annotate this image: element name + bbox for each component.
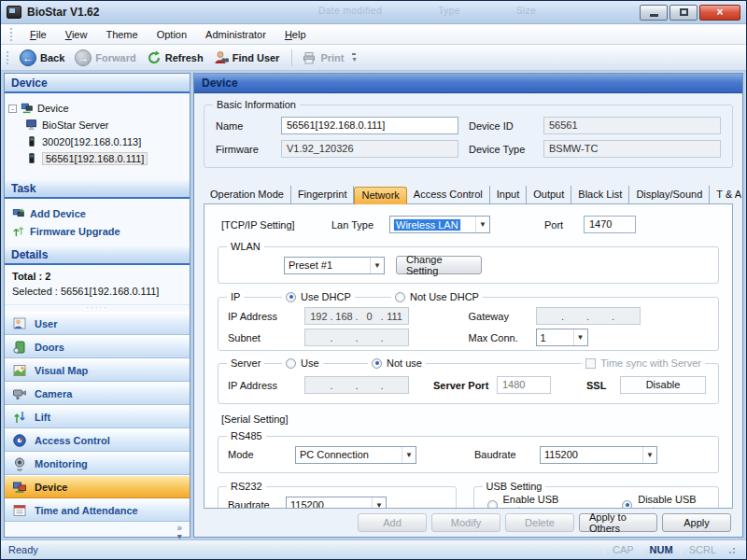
tab-operation-mode[interactable]: Operation Mode bbox=[204, 186, 291, 203]
tree-expander-icon[interactable]: - bbox=[8, 105, 17, 113]
apply-to-others-button[interactable]: Apply to Others bbox=[579, 513, 657, 532]
basic-information-group: Basic Information Name 56561[192.168.0.1… bbox=[204, 105, 733, 168]
gateway-input[interactable]: ... bbox=[536, 307, 641, 325]
use-dhcp-radio[interactable]: Use DHCP bbox=[282, 291, 355, 302]
lan-type-combo[interactable]: Wireless LAN ▼ bbox=[389, 216, 490, 233]
tree-item-56561[interactable]: 56561[192.168.0.111] bbox=[8, 150, 186, 167]
refresh-button[interactable]: Refresh bbox=[143, 49, 210, 67]
checkbox-icon bbox=[585, 358, 596, 369]
resize-grip[interactable] bbox=[727, 544, 739, 555]
print-button[interactable]: Print bbox=[298, 49, 350, 67]
delete-button[interactable]: Delete bbox=[505, 513, 574, 532]
minimize-button[interactable] bbox=[640, 5, 668, 21]
server-ip-input[interactable]: ... bbox=[304, 376, 409, 394]
tree-item-biostar-server[interactable]: BioStar Server bbox=[8, 117, 186, 133]
firmware-upgrade-link[interactable]: Firmware Upgrade bbox=[12, 222, 182, 240]
add-device-link[interactable]: Add Device bbox=[12, 204, 182, 222]
max-conn-combo[interactable]: 1 ▼ bbox=[536, 329, 588, 346]
firmware-field: V1.92_120326 bbox=[281, 140, 458, 158]
toolbar-overflow-icon[interactable]: ▾ bbox=[352, 53, 356, 63]
usb-setting-title: USB Setting bbox=[483, 481, 546, 492]
sidebar-item-doors[interactable]: Doors bbox=[5, 335, 190, 358]
subnet-input[interactable]: ... bbox=[304, 329, 409, 346]
server-not-use-radio[interactable]: Not use bbox=[368, 357, 426, 369]
sidebar-item-visual-map[interactable]: Visual Map bbox=[5, 358, 190, 382]
modify-button[interactable]: Modify bbox=[431, 513, 500, 532]
close-button[interactable]: × bbox=[699, 5, 740, 21]
wlan-preset-combo[interactable]: Preset #1 ▼ bbox=[284, 257, 385, 274]
server-use-radio[interactable]: Use bbox=[282, 357, 323, 369]
rs232-baudrate-label: Baudrate bbox=[228, 499, 286, 509]
sidebar-item-time-and-attendance[interactable]: Time and Attendance bbox=[5, 498, 190, 522]
sidebar-details-header: Details bbox=[5, 245, 190, 265]
tab-fingerprint[interactable]: Fingerprint bbox=[291, 186, 355, 203]
tab-output[interactable]: Output bbox=[527, 186, 571, 203]
tree-item-30020[interactable]: 30020[192.168.0.113] bbox=[8, 133, 186, 150]
sidebar-item-camera[interactable]: Camera bbox=[5, 382, 190, 405]
terminal-icon bbox=[25, 135, 38, 148]
close-icon: × bbox=[716, 6, 723, 19]
radio-icon bbox=[286, 292, 296, 302]
rs485-baudrate-combo[interactable]: 115200 ▼ bbox=[540, 446, 657, 464]
server-group-title: Server bbox=[227, 357, 264, 369]
sidebar-task-header: Task bbox=[5, 179, 190, 199]
task-items: Add Device Firmware Upgrade bbox=[5, 199, 190, 245]
rs232-baudrate-combo[interactable]: 115200 ▼ bbox=[286, 497, 387, 510]
status-ready: Ready bbox=[8, 544, 38, 555]
tab-input[interactable]: Input bbox=[490, 186, 527, 203]
tree-root-device[interactable]: - Device bbox=[8, 100, 186, 117]
enable-usb-radio[interactable]: Enable USB port bbox=[503, 494, 569, 509]
sidebar-splitter[interactable]: ····· bbox=[5, 304, 190, 312]
menu-help[interactable]: Help bbox=[276, 26, 315, 43]
port-input[interactable]: 1470 bbox=[584, 216, 636, 233]
maximize-button[interactable] bbox=[669, 5, 698, 21]
sidebar-item-device[interactable]: Device bbox=[5, 475, 190, 498]
find-user-button[interactable]: Find User bbox=[210, 49, 287, 67]
server-port-input[interactable]: 1480 bbox=[497, 376, 551, 394]
ip-address-input[interactable]: 192.168.0.111 bbox=[304, 307, 409, 325]
serial-setting-label: [Serial Setting] bbox=[221, 413, 715, 425]
device-group-icon bbox=[21, 102, 34, 115]
radio-icon bbox=[622, 500, 632, 510]
firmware-upgrade-icon bbox=[12, 225, 25, 238]
dropdown-arrow-icon: ▼ bbox=[402, 447, 416, 463]
menu-option[interactable]: Option bbox=[148, 26, 195, 43]
tab-display-sound[interactable]: Display/Sound bbox=[629, 186, 710, 203]
menu-view[interactable]: View bbox=[57, 26, 96, 43]
disable-usb-radio[interactable]: Disable USB port bbox=[638, 494, 705, 509]
not-use-dhcp-radio[interactable]: Not Use DHCP bbox=[391, 291, 483, 302]
name-input[interactable]: 56561[192.168.0.111] bbox=[281, 117, 458, 134]
server-icon bbox=[25, 119, 38, 132]
network-tab-page: [TCP/IP Setting] Lan Type Wireless LAN ▼… bbox=[204, 203, 733, 509]
tab-black-list[interactable]: Black List bbox=[571, 186, 629, 203]
sidebar-item-lift[interactable]: Lift bbox=[5, 405, 190, 428]
sidebar-item-user[interactable]: User bbox=[5, 312, 190, 335]
nav-overflow-button[interactable]: » ▾ bbox=[176, 524, 182, 540]
sidebar-item-monitoring[interactable]: Monitoring bbox=[5, 452, 190, 475]
tab-access-control[interactable]: Access Control bbox=[407, 186, 490, 203]
rs485-group-title: RS485 bbox=[227, 430, 266, 441]
apply-button[interactable]: Apply bbox=[662, 513, 731, 532]
maximize-icon bbox=[680, 8, 688, 16]
device-type-label: Device Type bbox=[469, 144, 543, 155]
tab-network[interactable]: Network bbox=[354, 187, 406, 204]
main-header: Device bbox=[194, 74, 742, 93]
ip-group-title: IP bbox=[227, 291, 244, 302]
tab-t-and-a[interactable]: T & A bbox=[710, 186, 747, 203]
terminal-icon bbox=[25, 152, 38, 165]
back-button[interactable]: ← Back bbox=[16, 48, 71, 68]
sidebar-device-header: Device bbox=[5, 74, 190, 93]
time-sync-checkbox[interactable]: Time sync with Server bbox=[582, 357, 705, 369]
sidebar-item-access-control[interactable]: Access Control bbox=[5, 428, 190, 452]
name-label: Name bbox=[216, 120, 281, 132]
forward-button[interactable]: → Forward bbox=[71, 48, 142, 68]
menu-administrator[interactable]: Administrator bbox=[197, 26, 275, 43]
menu-file[interactable]: File bbox=[21, 26, 55, 43]
ssl-label: SSL bbox=[586, 380, 620, 391]
add-button[interactable]: Add bbox=[358, 513, 427, 532]
ip-group: IP Use DHCP Not Use DHCP IP Address bbox=[218, 297, 719, 351]
app-icon bbox=[7, 6, 21, 19]
change-setting-button[interactable]: Change Setting bbox=[396, 256, 482, 274]
menu-theme[interactable]: Theme bbox=[97, 26, 146, 43]
rs485-mode-combo[interactable]: PC Connection ▼ bbox=[295, 446, 416, 464]
